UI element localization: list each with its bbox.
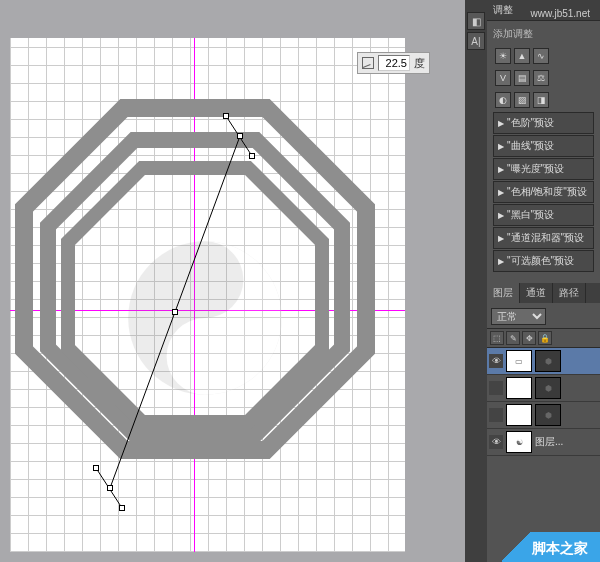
adjustment-icons-row-2: V ▤ ⚖ bbox=[491, 67, 596, 89]
lock-all-icon[interactable]: 🔒 bbox=[538, 331, 552, 345]
lock-transparency-icon[interactable]: ⬚ bbox=[490, 331, 504, 345]
visibility-eye-icon[interactable] bbox=[489, 381, 503, 395]
canvas-viewport: 度 bbox=[0, 0, 465, 562]
visibility-eye-icon[interactable] bbox=[489, 408, 503, 422]
transform-handle[interactable] bbox=[107, 485, 113, 491]
rotation-angle-control: 度 bbox=[357, 52, 430, 74]
balance-icon[interactable]: ⚖ bbox=[533, 70, 549, 86]
curves-icon[interactable]: ∿ bbox=[533, 48, 549, 64]
layers-panel: 图层 通道 路径 正常 ⬚ ✎ ✥ 🔒 👁 ▭ ⬢ bbox=[487, 283, 600, 456]
watermark-banner: 脚本之家 bbox=[502, 532, 600, 562]
preset-channel-mixer[interactable]: ▶"通道混和器"预设 bbox=[493, 227, 594, 249]
transform-center-handle[interactable] bbox=[172, 309, 178, 315]
brightness-icon[interactable]: ☀ bbox=[495, 48, 511, 64]
adjustment-icons-row-1: ☀ ▲ ∿ bbox=[491, 45, 596, 67]
transform-handle[interactable] bbox=[249, 153, 255, 159]
layer-thumbnail[interactable]: ▭ bbox=[506, 350, 532, 372]
layer-row[interactable]: ⬢ bbox=[487, 402, 600, 429]
angle-icon bbox=[362, 57, 374, 69]
tab-channels[interactable]: 通道 bbox=[520, 283, 553, 303]
add-adjustment-label: 添加调整 bbox=[491, 25, 596, 45]
layer-mask-thumbnail[interactable]: ⬢ bbox=[535, 404, 561, 426]
hue-icon[interactable]: ▤ bbox=[514, 70, 530, 86]
preset-levels[interactable]: ▶"色阶"预设 bbox=[493, 112, 594, 134]
document-canvas[interactable] bbox=[10, 38, 405, 552]
preset-selective-color[interactable]: ▶"可选颜色"预设 bbox=[493, 250, 594, 272]
rotation-angle-input[interactable] bbox=[378, 55, 410, 71]
invert-icon[interactable]: ◐ bbox=[495, 92, 511, 108]
character-panel-icon[interactable]: A| bbox=[467, 32, 485, 50]
blend-mode-select[interactable]: 正常 bbox=[491, 308, 546, 325]
chevron-right-icon: ▶ bbox=[498, 211, 504, 220]
watermark-url: www.jb51.net bbox=[531, 8, 590, 19]
preset-curves[interactable]: ▶"曲线"预设 bbox=[493, 135, 594, 157]
posterize-icon[interactable]: ▨ bbox=[514, 92, 530, 108]
angle-unit-label: 度 bbox=[414, 56, 425, 71]
transform-handle[interactable] bbox=[237, 133, 243, 139]
visibility-eye-icon[interactable]: 👁 bbox=[489, 354, 503, 368]
panel-dock: ◧ A| 调整 添加调整 ☀ ▲ ∿ V ▤ ⚖ ◐ ▨ ◨ ▶"色阶"预设 ▶… bbox=[465, 0, 600, 562]
layer-lock-row: ⬚ ✎ ✥ 🔒 bbox=[487, 328, 600, 348]
transform-handle[interactable] bbox=[119, 505, 125, 511]
layer-row[interactable]: ⬢ bbox=[487, 375, 600, 402]
threshold-icon[interactable]: ◨ bbox=[533, 92, 549, 108]
transform-handle[interactable] bbox=[223, 113, 229, 119]
chevron-right-icon: ▶ bbox=[498, 165, 504, 174]
preset-exposure[interactable]: ▶"曝光度"预设 bbox=[493, 158, 594, 180]
transform-handle[interactable] bbox=[93, 465, 99, 471]
layer-thumbnail[interactable] bbox=[506, 377, 532, 399]
collapsed-panel-strip: ◧ A| bbox=[465, 0, 487, 562]
panel-collapse-icon[interactable]: ◧ bbox=[467, 12, 485, 30]
vibrance-icon[interactable]: V bbox=[495, 70, 511, 86]
tab-layers[interactable]: 图层 bbox=[487, 283, 520, 303]
chevron-right-icon: ▶ bbox=[498, 257, 504, 266]
levels-icon[interactable]: ▲ bbox=[514, 48, 530, 64]
lock-position-icon[interactable]: ✥ bbox=[522, 331, 536, 345]
preset-black-white[interactable]: ▶"黑白"预设 bbox=[493, 204, 594, 226]
lock-pixels-icon[interactable]: ✎ bbox=[506, 331, 520, 345]
layer-row[interactable]: 👁 ☯ 图层... bbox=[487, 429, 600, 456]
visibility-eye-icon[interactable]: 👁 bbox=[489, 435, 503, 449]
layer-mask-thumbnail[interactable]: ⬢ bbox=[535, 377, 561, 399]
preset-hue-saturation[interactable]: ▶"色相/饱和度"预设 bbox=[493, 181, 594, 203]
chevron-right-icon: ▶ bbox=[498, 188, 504, 197]
chevron-right-icon: ▶ bbox=[498, 234, 504, 243]
tab-paths[interactable]: 路径 bbox=[553, 283, 586, 303]
layer-mask-thumbnail[interactable]: ⬢ bbox=[535, 350, 561, 372]
layer-thumbnail[interactable]: ☯ bbox=[506, 431, 532, 453]
chevron-right-icon: ▶ bbox=[498, 142, 504, 151]
layer-row[interactable]: 👁 ▭ ⬢ bbox=[487, 348, 600, 375]
transform-path[interactable] bbox=[10, 38, 405, 552]
layer-thumbnail[interactable] bbox=[506, 404, 532, 426]
adjustment-icons-row-3: ◐ ▨ ◨ bbox=[491, 89, 596, 111]
layer-name-label: 图层... bbox=[535, 435, 563, 449]
chevron-right-icon: ▶ bbox=[498, 119, 504, 128]
